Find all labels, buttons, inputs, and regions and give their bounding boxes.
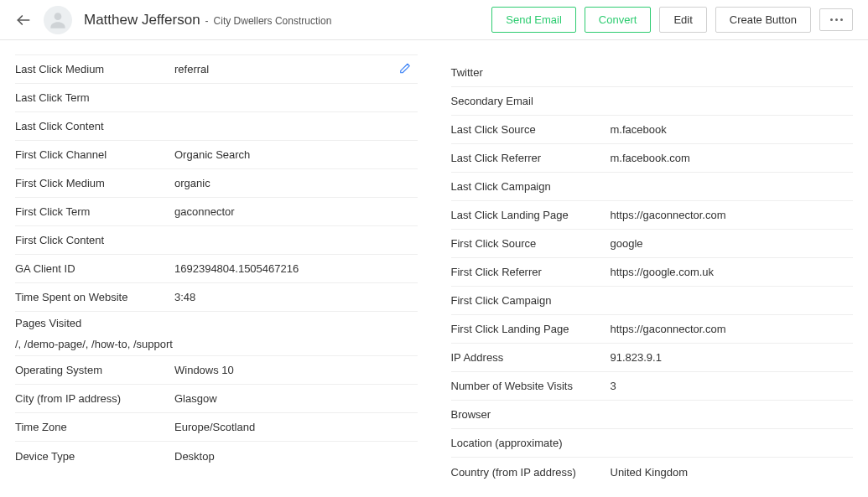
field-country[interactable]: Country (from IP address) United Kingdom xyxy=(451,458,854,486)
field-label: Time Spent on Website xyxy=(15,291,174,303)
field-label: First Click Medium xyxy=(15,177,174,189)
field-value: https://gaconnector.com xyxy=(611,209,854,221)
field-label: First Click Campaign xyxy=(451,294,611,307)
field-last-click-term[interactable]: Last Click Term xyxy=(15,84,418,112)
pencil-icon[interactable] xyxy=(399,62,411,76)
field-operating-system[interactable]: Operating System Windows 10 xyxy=(15,356,418,385)
field-value: Desktop xyxy=(174,450,418,463)
field-first-click-content[interactable]: First Click Content xyxy=(15,226,418,255)
field-label: First Click Source xyxy=(451,237,611,250)
field-value: Windows 10 xyxy=(174,364,418,376)
field-first-click-term[interactable]: First Click Term gaconnector xyxy=(15,198,418,226)
header-actions: Send Email Convert Edit Create Button xyxy=(491,7,853,33)
field-label: GA Client ID xyxy=(15,262,174,275)
field-secondary-email[interactable]: Secondary Email xyxy=(451,87,854,116)
field-label: Last Click Content xyxy=(15,120,174,132)
field-value: 3 xyxy=(611,380,854,392)
field-first-click-medium[interactable]: First Click Medium organic xyxy=(15,169,418,198)
field-value: /, /demo-page/, /how-to, /support xyxy=(15,338,418,350)
field-city[interactable]: City (from IP address) Glasgow xyxy=(15,385,418,413)
field-label: Last Click Source xyxy=(451,123,611,136)
field-value: gaconnector xyxy=(174,205,418,218)
field-time-spent[interactable]: Time Spent on Website 3:48 xyxy=(15,283,418,312)
field-value: google xyxy=(611,237,854,250)
field-label: Device Type xyxy=(15,450,174,463)
edit-button[interactable]: Edit xyxy=(659,7,706,33)
field-label: First Click Referrer xyxy=(451,266,611,278)
field-value: Glasgow xyxy=(174,392,418,405)
field-last-click-referrer[interactable]: Last Click Referrer m.facebook.com xyxy=(451,144,854,173)
field-location[interactable]: Location (approximate) xyxy=(451,429,854,458)
field-first-click-campaign[interactable]: First Click Campaign xyxy=(451,287,854,315)
field-label: Last Click Referrer xyxy=(451,152,611,164)
field-label: Operating System xyxy=(15,364,174,376)
field-label: Time Zone xyxy=(15,421,174,433)
field-label: Country (from IP address) xyxy=(451,466,611,479)
field-twitter[interactable]: Twitter xyxy=(451,59,854,87)
field-label: Last Click Landing Page xyxy=(451,209,611,221)
field-label: Twitter xyxy=(451,66,611,79)
spacer xyxy=(451,40,854,59)
create-button-button[interactable]: Create Button xyxy=(715,7,811,33)
field-label: First Click Landing Page xyxy=(451,323,611,335)
field-value: https://gaconnector.com xyxy=(611,323,854,335)
field-first-click-landing[interactable]: First Click Landing Page https://gaconne… xyxy=(451,315,854,344)
company-name: City Dwellers Construction xyxy=(214,15,332,27)
svg-point-1 xyxy=(55,13,62,20)
company-separator: - xyxy=(205,15,209,27)
field-value: 91.823.9.1 xyxy=(611,351,854,364)
field-first-click-channel[interactable]: First Click Channel Organic Search xyxy=(15,141,418,169)
field-label: First Click Channel xyxy=(15,148,174,161)
more-actions-button[interactable] xyxy=(819,8,853,31)
field-value: 1692394804.1505467216 xyxy=(174,262,418,275)
field-ga-client-id[interactable]: GA Client ID 1692394804.1505467216 xyxy=(15,255,418,283)
field-value: https://google.com.uk xyxy=(611,266,854,278)
field-label: Last Click Medium xyxy=(15,63,174,75)
field-value: Organic Search xyxy=(174,148,418,161)
field-label: Pages Visited xyxy=(15,317,418,329)
field-browser[interactable]: Browser xyxy=(451,401,854,429)
field-visits[interactable]: Number of Website Visits 3 xyxy=(451,372,854,401)
record-header: Matthew Jefferson - City Dwellers Constr… xyxy=(0,0,868,40)
right-column: Twitter Secondary Email Last Click Sourc… xyxy=(451,40,854,486)
field-value: m.facebook.com xyxy=(611,152,854,164)
field-time-zone[interactable]: Time Zone Europe/Scotland xyxy=(15,413,418,442)
field-label: Last Click Term xyxy=(15,91,174,104)
field-pages-visited[interactable]: Pages Visited /, /demo-page/, /how-to, /… xyxy=(15,312,418,356)
send-email-button[interactable]: Send Email xyxy=(491,7,575,33)
field-last-click-campaign[interactable]: Last Click Campaign xyxy=(451,173,854,201)
record-content: Last Click Medium referral Last Click Te… xyxy=(0,40,868,497)
field-last-click-landing[interactable]: Last Click Landing Page https://gaconnec… xyxy=(451,201,854,230)
field-ip-address[interactable]: IP Address 91.823.9.1 xyxy=(451,344,854,372)
field-value: referral xyxy=(174,63,418,75)
avatar xyxy=(44,6,72,34)
field-last-click-content[interactable]: Last Click Content xyxy=(15,112,418,141)
field-value: 3:48 xyxy=(174,291,418,303)
field-label: First Click Content xyxy=(15,234,174,246)
left-column: Last Click Medium referral Last Click Te… xyxy=(15,40,418,486)
header-left: Matthew Jefferson - City Dwellers Constr… xyxy=(15,6,331,34)
field-label: Last Click Campaign xyxy=(451,180,611,193)
field-first-click-source[interactable]: First Click Source google xyxy=(451,230,854,258)
field-value: Europe/Scotland xyxy=(174,421,418,433)
field-label: Location (approximate) xyxy=(451,437,611,449)
field-label: City (from IP address) xyxy=(15,392,174,405)
back-arrow-icon[interactable] xyxy=(15,12,32,28)
field-label: First Click Term xyxy=(15,205,174,218)
field-last-click-source[interactable]: Last Click Source m.facebook xyxy=(451,116,854,144)
field-label: Browser xyxy=(451,408,611,421)
field-value: m.facebook xyxy=(611,123,854,136)
field-label: Secondary Email xyxy=(451,95,611,107)
person-name: Matthew Jefferson xyxy=(84,12,200,28)
field-label: Number of Website Visits xyxy=(451,380,611,392)
field-value: United Kingdom xyxy=(611,466,854,479)
field-label: IP Address xyxy=(451,351,611,364)
field-first-click-referrer[interactable]: First Click Referrer https://google.com.… xyxy=(451,258,854,287)
field-value: organic xyxy=(174,177,418,189)
name-block: Matthew Jefferson - City Dwellers Constr… xyxy=(84,12,331,28)
field-last-click-medium[interactable]: Last Click Medium referral xyxy=(15,55,418,84)
field-device-type[interactable]: Device Type Desktop xyxy=(15,442,418,470)
convert-button[interactable]: Convert xyxy=(585,7,652,33)
